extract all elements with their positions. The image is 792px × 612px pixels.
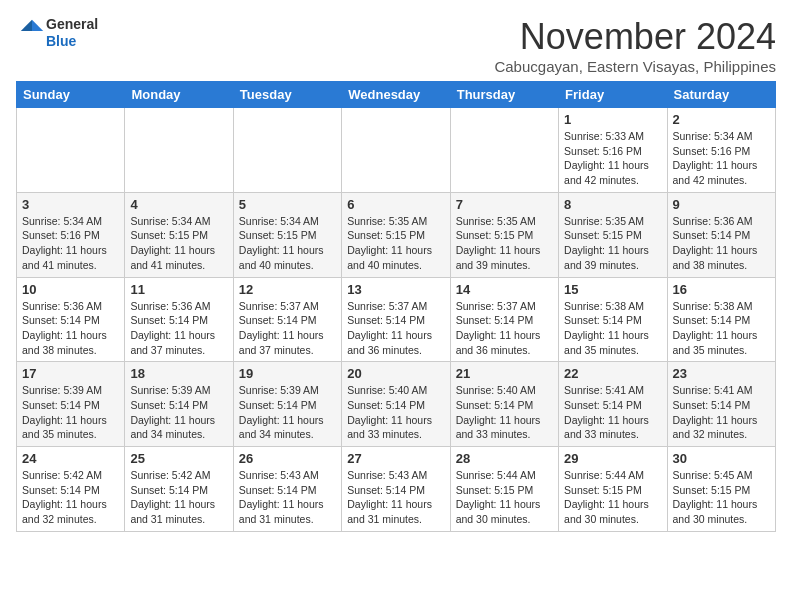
day-number: 8 bbox=[564, 197, 661, 212]
day-info: Sunrise: 5:35 AM Sunset: 5:15 PM Dayligh… bbox=[456, 214, 553, 273]
day-number: 20 bbox=[347, 366, 444, 381]
calendar-week-row: 10Sunrise: 5:36 AM Sunset: 5:14 PM Dayli… bbox=[17, 277, 776, 362]
day-number: 13 bbox=[347, 282, 444, 297]
calendar-cell bbox=[450, 108, 558, 193]
day-info: Sunrise: 5:34 AM Sunset: 5:15 PM Dayligh… bbox=[239, 214, 336, 273]
day-info: Sunrise: 5:39 AM Sunset: 5:14 PM Dayligh… bbox=[22, 383, 119, 442]
page-header: General Blue November 2024 Cabucgayan, E… bbox=[16, 16, 776, 75]
day-info: Sunrise: 5:36 AM Sunset: 5:14 PM Dayligh… bbox=[22, 299, 119, 358]
calendar-cell: 4Sunrise: 5:34 AM Sunset: 5:15 PM Daylig… bbox=[125, 192, 233, 277]
calendar-cell: 9Sunrise: 5:36 AM Sunset: 5:14 PM Daylig… bbox=[667, 192, 775, 277]
day-number: 12 bbox=[239, 282, 336, 297]
calendar-cell: 7Sunrise: 5:35 AM Sunset: 5:15 PM Daylig… bbox=[450, 192, 558, 277]
calendar-cell: 27Sunrise: 5:43 AM Sunset: 5:14 PM Dayli… bbox=[342, 447, 450, 532]
day-info: Sunrise: 5:35 AM Sunset: 5:15 PM Dayligh… bbox=[347, 214, 444, 273]
calendar-cell: 28Sunrise: 5:44 AM Sunset: 5:15 PM Dayli… bbox=[450, 447, 558, 532]
weekday-header-tuesday: Tuesday bbox=[233, 82, 341, 108]
day-number: 14 bbox=[456, 282, 553, 297]
day-info: Sunrise: 5:41 AM Sunset: 5:14 PM Dayligh… bbox=[673, 383, 770, 442]
logo-icon bbox=[18, 17, 46, 45]
day-number: 24 bbox=[22, 451, 119, 466]
calendar-cell: 21Sunrise: 5:40 AM Sunset: 5:14 PM Dayli… bbox=[450, 362, 558, 447]
logo: General Blue bbox=[16, 16, 98, 50]
day-info: Sunrise: 5:34 AM Sunset: 5:16 PM Dayligh… bbox=[22, 214, 119, 273]
day-number: 21 bbox=[456, 366, 553, 381]
calendar-cell: 25Sunrise: 5:42 AM Sunset: 5:14 PM Dayli… bbox=[125, 447, 233, 532]
day-number: 18 bbox=[130, 366, 227, 381]
month-title: November 2024 bbox=[494, 16, 776, 58]
svg-marker-1 bbox=[21, 20, 32, 31]
calendar-cell: 8Sunrise: 5:35 AM Sunset: 5:15 PM Daylig… bbox=[559, 192, 667, 277]
calendar-cell: 26Sunrise: 5:43 AM Sunset: 5:14 PM Dayli… bbox=[233, 447, 341, 532]
calendar-cell: 12Sunrise: 5:37 AM Sunset: 5:14 PM Dayli… bbox=[233, 277, 341, 362]
day-info: Sunrise: 5:43 AM Sunset: 5:14 PM Dayligh… bbox=[239, 468, 336, 527]
location-subtitle: Cabucgayan, Eastern Visayas, Philippines bbox=[494, 58, 776, 75]
logo-text: General Blue bbox=[46, 16, 98, 50]
day-info: Sunrise: 5:36 AM Sunset: 5:14 PM Dayligh… bbox=[673, 214, 770, 273]
day-info: Sunrise: 5:45 AM Sunset: 5:15 PM Dayligh… bbox=[673, 468, 770, 527]
day-info: Sunrise: 5:38 AM Sunset: 5:14 PM Dayligh… bbox=[564, 299, 661, 358]
day-number: 10 bbox=[22, 282, 119, 297]
calendar-cell: 29Sunrise: 5:44 AM Sunset: 5:15 PM Dayli… bbox=[559, 447, 667, 532]
calendar-cell: 16Sunrise: 5:38 AM Sunset: 5:14 PM Dayli… bbox=[667, 277, 775, 362]
calendar-cell: 1Sunrise: 5:33 AM Sunset: 5:16 PM Daylig… bbox=[559, 108, 667, 193]
calendar-week-row: 24Sunrise: 5:42 AM Sunset: 5:14 PM Dayli… bbox=[17, 447, 776, 532]
calendar-cell: 20Sunrise: 5:40 AM Sunset: 5:14 PM Dayli… bbox=[342, 362, 450, 447]
day-number: 17 bbox=[22, 366, 119, 381]
day-info: Sunrise: 5:37 AM Sunset: 5:14 PM Dayligh… bbox=[347, 299, 444, 358]
svg-marker-0 bbox=[32, 20, 43, 31]
calendar-week-row: 3Sunrise: 5:34 AM Sunset: 5:16 PM Daylig… bbox=[17, 192, 776, 277]
title-block: November 2024 Cabucgayan, Eastern Visaya… bbox=[494, 16, 776, 75]
calendar-cell: 15Sunrise: 5:38 AM Sunset: 5:14 PM Dayli… bbox=[559, 277, 667, 362]
day-info: Sunrise: 5:36 AM Sunset: 5:14 PM Dayligh… bbox=[130, 299, 227, 358]
calendar-cell bbox=[125, 108, 233, 193]
day-number: 9 bbox=[673, 197, 770, 212]
day-number: 25 bbox=[130, 451, 227, 466]
day-info: Sunrise: 5:38 AM Sunset: 5:14 PM Dayligh… bbox=[673, 299, 770, 358]
calendar-cell bbox=[233, 108, 341, 193]
calendar-cell bbox=[342, 108, 450, 193]
calendar-cell: 3Sunrise: 5:34 AM Sunset: 5:16 PM Daylig… bbox=[17, 192, 125, 277]
calendar-cell: 24Sunrise: 5:42 AM Sunset: 5:14 PM Dayli… bbox=[17, 447, 125, 532]
calendar-table: SundayMondayTuesdayWednesdayThursdayFrid… bbox=[16, 81, 776, 532]
day-number: 26 bbox=[239, 451, 336, 466]
calendar-cell: 10Sunrise: 5:36 AM Sunset: 5:14 PM Dayli… bbox=[17, 277, 125, 362]
day-number: 27 bbox=[347, 451, 444, 466]
day-number: 2 bbox=[673, 112, 770, 127]
day-number: 16 bbox=[673, 282, 770, 297]
day-number: 3 bbox=[22, 197, 119, 212]
weekday-header-sunday: Sunday bbox=[17, 82, 125, 108]
day-info: Sunrise: 5:37 AM Sunset: 5:14 PM Dayligh… bbox=[239, 299, 336, 358]
calendar-cell: 13Sunrise: 5:37 AM Sunset: 5:14 PM Dayli… bbox=[342, 277, 450, 362]
day-number: 19 bbox=[239, 366, 336, 381]
day-info: Sunrise: 5:44 AM Sunset: 5:15 PM Dayligh… bbox=[456, 468, 553, 527]
calendar-cell: 11Sunrise: 5:36 AM Sunset: 5:14 PM Dayli… bbox=[125, 277, 233, 362]
calendar-cell: 14Sunrise: 5:37 AM Sunset: 5:14 PM Dayli… bbox=[450, 277, 558, 362]
calendar-cell: 23Sunrise: 5:41 AM Sunset: 5:14 PM Dayli… bbox=[667, 362, 775, 447]
calendar-cell: 22Sunrise: 5:41 AM Sunset: 5:14 PM Dayli… bbox=[559, 362, 667, 447]
day-number: 29 bbox=[564, 451, 661, 466]
calendar-cell: 19Sunrise: 5:39 AM Sunset: 5:14 PM Dayli… bbox=[233, 362, 341, 447]
day-number: 1 bbox=[564, 112, 661, 127]
day-info: Sunrise: 5:34 AM Sunset: 5:16 PM Dayligh… bbox=[673, 129, 770, 188]
calendar-week-row: 1Sunrise: 5:33 AM Sunset: 5:16 PM Daylig… bbox=[17, 108, 776, 193]
day-number: 30 bbox=[673, 451, 770, 466]
calendar-week-row: 17Sunrise: 5:39 AM Sunset: 5:14 PM Dayli… bbox=[17, 362, 776, 447]
day-info: Sunrise: 5:39 AM Sunset: 5:14 PM Dayligh… bbox=[239, 383, 336, 442]
day-number: 28 bbox=[456, 451, 553, 466]
day-info: Sunrise: 5:35 AM Sunset: 5:15 PM Dayligh… bbox=[564, 214, 661, 273]
day-number: 5 bbox=[239, 197, 336, 212]
day-number: 7 bbox=[456, 197, 553, 212]
weekday-header-friday: Friday bbox=[559, 82, 667, 108]
day-info: Sunrise: 5:40 AM Sunset: 5:14 PM Dayligh… bbox=[456, 383, 553, 442]
calendar-cell: 17Sunrise: 5:39 AM Sunset: 5:14 PM Dayli… bbox=[17, 362, 125, 447]
calendar-cell: 6Sunrise: 5:35 AM Sunset: 5:15 PM Daylig… bbox=[342, 192, 450, 277]
weekday-header-monday: Monday bbox=[125, 82, 233, 108]
calendar-cell: 18Sunrise: 5:39 AM Sunset: 5:14 PM Dayli… bbox=[125, 362, 233, 447]
calendar-cell: 2Sunrise: 5:34 AM Sunset: 5:16 PM Daylig… bbox=[667, 108, 775, 193]
day-number: 15 bbox=[564, 282, 661, 297]
weekday-header-wednesday: Wednesday bbox=[342, 82, 450, 108]
day-info: Sunrise: 5:34 AM Sunset: 5:15 PM Dayligh… bbox=[130, 214, 227, 273]
day-info: Sunrise: 5:40 AM Sunset: 5:14 PM Dayligh… bbox=[347, 383, 444, 442]
day-info: Sunrise: 5:41 AM Sunset: 5:14 PM Dayligh… bbox=[564, 383, 661, 442]
